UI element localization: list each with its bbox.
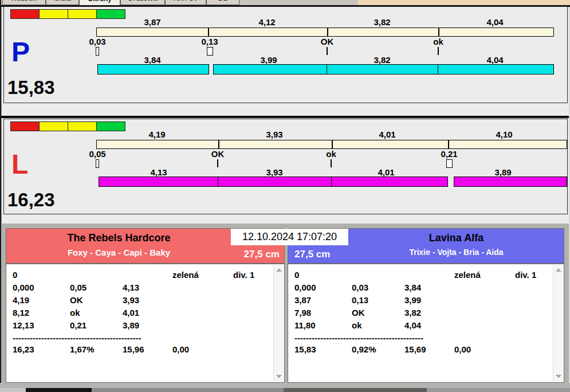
tab-okruhy[interactable]: Okruhy bbox=[79, 0, 120, 5]
taskbar-segment bbox=[0, 388, 26, 392]
table-cell: 4,04 bbox=[404, 320, 421, 330]
marker-label: 0,21 bbox=[431, 149, 467, 159]
scroll-up-icon[interactable] bbox=[276, 268, 282, 272]
bottom-gutter bbox=[0, 383, 570, 388]
table-cell: 0,92% bbox=[352, 344, 376, 354]
run-value-label: 4,13 bbox=[140, 167, 177, 177]
results-table-right[interactable]: 0zelenádiv. 10,0000,033,843,870,133,997,… bbox=[288, 264, 564, 383]
marker-label: 0,03 bbox=[79, 37, 116, 46]
table-cell: zelená bbox=[454, 270, 481, 280]
table-cell: div. 1 bbox=[515, 270, 536, 280]
table-cell: 0,21 bbox=[70, 320, 87, 330]
marker-box bbox=[207, 47, 213, 56]
table-cell: 0,03 bbox=[352, 283, 368, 292]
split-value-label: 3,87 bbox=[134, 17, 171, 27]
table-cell: 11,80 bbox=[294, 320, 316, 330]
marker-label: OK bbox=[199, 149, 236, 159]
marker-tick bbox=[217, 159, 218, 167]
legend-swatch bbox=[96, 9, 125, 19]
run-bar-segment bbox=[99, 177, 219, 187]
split-value-label: 3,82 bbox=[364, 17, 400, 27]
split-value-label: 4,10 bbox=[486, 130, 522, 139]
run-value-label: 3,89 bbox=[485, 167, 521, 177]
scroll-down-icon[interactable] bbox=[556, 375, 561, 378]
jump-height-badge: 27,5 cm bbox=[294, 249, 330, 260]
marker-label: OK bbox=[309, 37, 345, 46]
run-bar-segment bbox=[454, 177, 567, 187]
run-value-label: 3,99 bbox=[250, 55, 287, 65]
tab-rrst[interactable]: RR / ST bbox=[165, 0, 206, 5]
marker-tick bbox=[331, 159, 332, 167]
split-value-label: 4,19 bbox=[139, 130, 175, 139]
marker-label: ok bbox=[313, 149, 349, 159]
legend-swatch bbox=[39, 121, 68, 131]
run-bar-segment bbox=[213, 64, 328, 75]
tab-rozbh[interactable]: Rozběh bbox=[2, 0, 46, 5]
table-cell: 3,82 bbox=[404, 308, 421, 317]
run-bar-segment bbox=[218, 177, 332, 187]
lane-total-time: 16,23 bbox=[7, 190, 55, 210]
table-cell: ----------------------------------------… bbox=[294, 333, 423, 343]
split-value-label: 4,12 bbox=[249, 17, 285, 27]
legend-swatch bbox=[10, 121, 40, 131]
table-cell: 0 bbox=[294, 270, 299, 280]
table-cell: ok bbox=[352, 320, 362, 330]
marker-notch bbox=[96, 159, 99, 168]
run-value-label: 4,01 bbox=[368, 167, 404, 177]
table-cell: 15,96 bbox=[123, 344, 144, 354]
bar-separator bbox=[208, 28, 209, 36]
table-cell: 0,00 bbox=[172, 344, 189, 354]
lane-letter: P bbox=[11, 39, 30, 65]
tab-drustva[interactable]: Družstva bbox=[120, 0, 165, 5]
bar-separator bbox=[332, 140, 333, 148]
taskbar-segment bbox=[427, 388, 570, 392]
team-dogs: Foxy - Caya - Capi - Baky bbox=[6, 248, 231, 257]
table-cell: 3,99 bbox=[404, 295, 421, 305]
lane-letter: L bbox=[11, 151, 28, 178]
table-cell: ----------------------------------------… bbox=[13, 333, 141, 343]
table-cell: OK bbox=[70, 295, 83, 305]
team-name: The Rebels Hardcore bbox=[6, 232, 231, 244]
panel-divider bbox=[1, 116, 569, 118]
scroll-up-icon[interactable] bbox=[556, 268, 561, 272]
table-cell: 3,89 bbox=[123, 320, 139, 330]
marker-label: 0,13 bbox=[191, 37, 228, 46]
team-name: Lavina Alfa bbox=[349, 232, 564, 244]
scroll-down-icon[interactable] bbox=[276, 375, 282, 378]
results-table-left[interactable]: 0zelenádiv. 10,0000,054,134,19OK3,938,12… bbox=[6, 264, 285, 383]
marker-tick bbox=[438, 47, 439, 55]
legend-swatch bbox=[10, 9, 40, 19]
run-value-label: 3,84 bbox=[134, 55, 171, 65]
split-value-label: 4,01 bbox=[369, 130, 406, 139]
table-cell: 0,000 bbox=[13, 283, 34, 292]
scrollbar[interactable] bbox=[553, 265, 563, 382]
lane-panel-P: 3,874,123,824,040,030,13OKok3,843,993,82… bbox=[3, 6, 568, 103]
run-value-label: 4,04 bbox=[477, 55, 513, 65]
taskbar-segment bbox=[92, 388, 284, 392]
scrollbar[interactable] bbox=[273, 265, 284, 382]
tab-idla[interactable]: Čidla bbox=[46, 0, 79, 5]
bar-separator bbox=[448, 140, 449, 148]
table-cell: 16,23 bbox=[13, 344, 34, 354]
marker-label: ok bbox=[420, 37, 457, 46]
table-cell: zelená bbox=[172, 270, 199, 280]
tab-dl[interactable]: DL bbox=[206, 0, 239, 5]
marker-notch bbox=[96, 47, 99, 56]
table-cell: 3,87 bbox=[294, 295, 311, 305]
taskbar-segment bbox=[284, 388, 427, 392]
legend-swatch bbox=[39, 9, 68, 19]
marker-tick bbox=[327, 47, 328, 55]
table-cell: 7,98 bbox=[294, 308, 311, 317]
table-cell: 15,69 bbox=[404, 344, 426, 354]
marker-box bbox=[446, 159, 453, 168]
table-cell: 12,13 bbox=[13, 320, 34, 330]
table-cell: 3,84 bbox=[404, 283, 421, 292]
team-dogs: Trixie - Vojta - Bria - Aida bbox=[349, 248, 564, 257]
run-bar-segment bbox=[327, 64, 439, 75]
table-cell: 0,000 bbox=[294, 283, 316, 292]
table-cell: 3,93 bbox=[123, 295, 139, 305]
table-cell: 8,12 bbox=[13, 308, 29, 317]
table-cell: 15,83 bbox=[294, 344, 316, 354]
table-cell: 4,13 bbox=[123, 283, 139, 292]
table-cell: 0,13 bbox=[352, 295, 368, 305]
